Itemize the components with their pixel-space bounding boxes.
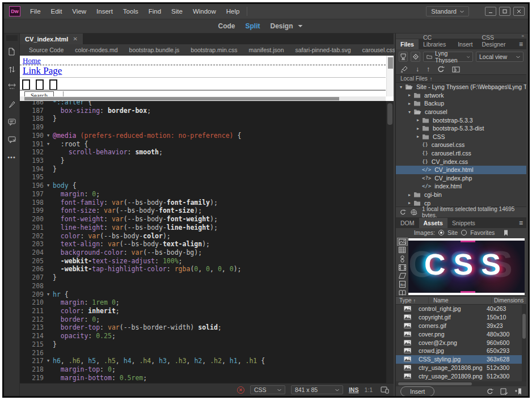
- menu-edit[interactable]: Edit: [46, 8, 67, 15]
- asset-row[interactable]: crowd.jpg650x293: [396, 347, 526, 355]
- assets-tab-assets[interactable]: Assets: [419, 218, 447, 228]
- maximize-button[interactable]: [499, 7, 510, 16]
- add-to-favorites-icon[interactable]: [514, 388, 522, 395]
- asset-row[interactable]: ctry_usage_201809.png512x300: [396, 372, 526, 380]
- toolbar-grip[interactable]: [6, 35, 18, 41]
- local-files-header[interactable]: Local Files ↑: [396, 74, 526, 83]
- asset-row[interactable]: cover@2x.png960x600: [396, 338, 526, 347]
- design-vertical-scrollbar[interactable]: [386, 56, 394, 96]
- open-documents-icon[interactable]: [6, 45, 18, 58]
- library-icon[interactable]: [398, 289, 407, 296]
- design-cell-2[interactable]: [36, 79, 44, 90]
- radio-favorites[interactable]: [461, 230, 467, 235]
- asset-row[interactable]: control_right.jpg40x263: [396, 305, 526, 313]
- tree-expander-icon[interactable]: ▾: [407, 110, 412, 115]
- asset-vertical-scrollbar[interactable]: [522, 305, 526, 381]
- refresh-icon[interactable]: [437, 66, 445, 73]
- related-file[interactable]: manifest.json: [244, 45, 289, 54]
- asset-horizontal-scrollbar[interactable]: [396, 381, 526, 386]
- view-mode-design[interactable]: Design: [270, 22, 293, 30]
- tree-file-row[interactable]: {}carousel.rtl.css: [396, 149, 526, 158]
- get-files-icon[interactable]: ↓: [416, 65, 419, 73]
- colors-icon[interactable]: [398, 247, 407, 254]
- tree-folder-row[interactable]: ▸Backup: [396, 99, 526, 108]
- insert-mode-indicator[interactable]: INS: [349, 386, 359, 393]
- sort-arrows-icon[interactable]: [6, 63, 18, 75]
- tree-file-row[interactable]: </>index.html: [396, 182, 526, 191]
- design-horizontal-scrollbar[interactable]: [20, 96, 386, 101]
- templates-icon[interactable]: Bm: [398, 281, 407, 288]
- code-vertical-scrollbar[interactable]: [386, 101, 394, 383]
- refresh-icon[interactable]: [400, 209, 406, 216]
- put-files-icon[interactable]: ↑: [427, 65, 430, 73]
- panel-menu-icon[interactable]: ≡: [516, 219, 526, 228]
- tree-file-row[interactable]: {}carousel.css: [396, 141, 526, 149]
- tree-expander-icon[interactable]: ▸: [415, 126, 421, 131]
- menu-window[interactable]: Window: [188, 8, 221, 15]
- menu-insert[interactable]: Insert: [91, 8, 118, 15]
- version-control-icon[interactable]: [411, 52, 420, 62]
- code-vscroll-thumb[interactable]: [387, 103, 392, 125]
- tree-folder-row[interactable]: ▸artwork: [396, 91, 526, 100]
- asset-row[interactable]: CSS_styling.jpg363x628: [396, 355, 526, 364]
- tree-folder-row[interactable]: ▸cgi-bin: [396, 191, 526, 199]
- column-dimensions[interactable]: Dimensions: [491, 297, 526, 304]
- related-file[interactable]: bootstrap.bundle.js: [125, 45, 184, 54]
- assets-tab-dom[interactable]: DOM: [396, 218, 419, 228]
- expand-panel-icon[interactable]: [452, 66, 460, 73]
- sync-status-icon[interactable]: [411, 209, 417, 216]
- design-link-linkpage[interactable]: Link Page: [23, 65, 62, 77]
- media-icon[interactable]: [398, 264, 407, 271]
- tree-file-row[interactable]: {}CV_index.css: [396, 157, 526, 166]
- apply-comment-icon[interactable]: [6, 116, 18, 128]
- tree-expander-icon[interactable]: ▸: [415, 117, 421, 123]
- related-file[interactable]: Source Code: [24, 45, 68, 54]
- fold-arrow-icon[interactable]: ▼: [44, 182, 53, 190]
- view-mode-code[interactable]: Code: [218, 22, 235, 30]
- window-size-select[interactable]: 841 x 85: [291, 385, 343, 394]
- workspace-switcher[interactable]: Standard: [426, 6, 469, 16]
- tree-folder-row[interactable]: ▾carousel: [396, 108, 526, 116]
- menu-view[interactable]: View: [67, 8, 91, 15]
- close-tab-icon[interactable]: ✕: [73, 36, 77, 42]
- files-tab-css-designer[interactable]: CSS Designer: [477, 32, 516, 49]
- asset-hscroll-thumb[interactable]: [398, 382, 472, 385]
- fold-arrow-icon[interactable]: ▼: [44, 132, 53, 140]
- related-file[interactable]: safari-pinned-tab.svg: [290, 45, 355, 54]
- doc-type-select[interactable]: CSS: [250, 385, 285, 394]
- tree-expander-icon[interactable]: ▾: [398, 85, 404, 90]
- tree-folder-row[interactable]: ▾Site - Lyng Thyssen (F:\Webpages\Lyng T…: [396, 83, 526, 91]
- design-vscroll-thumb[interactable]: [388, 57, 393, 69]
- asset-row[interactable]: corners.gif39x23: [396, 322, 526, 330]
- design-cell-3[interactable]: [49, 79, 57, 90]
- tree-expander-icon[interactable]: ▸: [407, 101, 412, 106]
- connect-server-icon[interactable]: [399, 52, 408, 62]
- files-tab-insert[interactable]: Insert: [453, 39, 477, 49]
- related-file[interactable]: carousel.css: [358, 45, 400, 54]
- column-type[interactable]: Type ↑: [396, 297, 429, 304]
- design-link-home[interactable]: Home: [23, 56, 41, 65]
- asset-vscroll-thumb[interactable]: [522, 314, 526, 339]
- minimize-button[interactable]: [485, 7, 496, 16]
- urls-icon[interactable]: [398, 255, 407, 263]
- tree-expander-icon[interactable]: ▸: [407, 200, 412, 205]
- radio-site[interactable]: [438, 230, 444, 235]
- related-file[interactable]: bootstrap.min.css: [186, 45, 242, 54]
- insert-asset-button[interactable]: Insert: [400, 386, 434, 397]
- asset-preview-image[interactable]: CSS CSS: [408, 238, 525, 295]
- tree-expander-icon[interactable]: ▸: [415, 134, 421, 139]
- fold-arrow-icon[interactable]: ▼: [44, 357, 53, 365]
- document-tab[interactable]: CV_index.html ✕: [20, 33, 83, 44]
- asset-row[interactable]: cover.png480x300: [396, 330, 526, 338]
- related-file[interactable]: color-modes.md: [70, 45, 122, 54]
- tree-expander-icon[interactable]: ▸: [407, 92, 412, 98]
- wrap-tag-icon[interactable]: [6, 81, 18, 93]
- design-view[interactable]: Home Link Page Search: [20, 56, 394, 101]
- menu-site[interactable]: Site: [166, 8, 188, 15]
- menu-file[interactable]: File: [25, 8, 46, 15]
- tree-folder-row[interactable]: ▸bootstrap-5.3.3-dist: [396, 124, 526, 133]
- refresh-site-list-icon[interactable]: [487, 388, 493, 395]
- asset-row[interactable]: copyright.gif150x10: [396, 313, 526, 322]
- files-tab-files[interactable]: Files: [396, 39, 419, 49]
- remove-comment-icon[interactable]: [6, 133, 18, 146]
